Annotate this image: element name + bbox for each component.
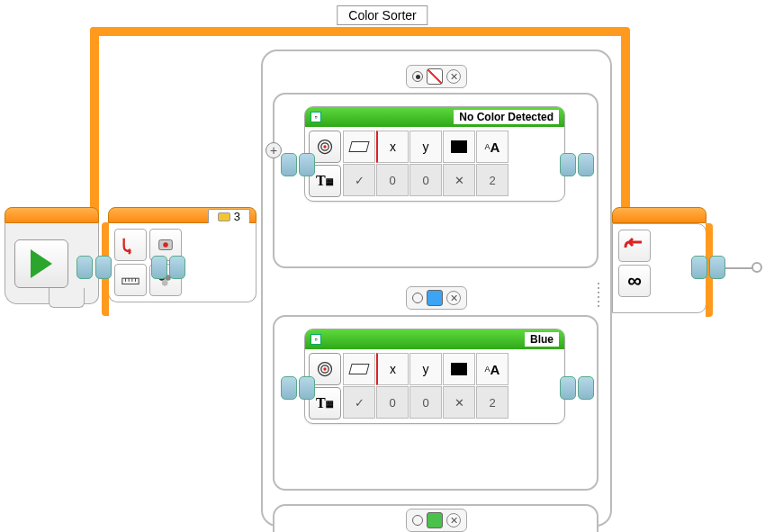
connector[interactable]	[95, 256, 112, 279]
remove-case-button[interactable]: ✕	[446, 513, 461, 527]
loop-header: 3	[108, 207, 256, 223]
x-value[interactable]: 0	[376, 164, 409, 196]
display-block-nocolor[interactable]: ▫ No Color Detected T▦ x y AA ✓ 0 0	[304, 106, 565, 202]
remove-case-button[interactable]: ✕	[446, 291, 461, 305]
start-block-header	[4, 207, 99, 223]
connector[interactable]	[299, 376, 315, 400]
loop-condition-button[interactable]: ∞	[618, 265, 651, 297]
port-icon	[218, 212, 230, 221]
x-param-label: x	[376, 131, 409, 163]
expand-icon[interactable]: ▫	[310, 112, 321, 122]
case-header-blue[interactable]: ✕	[406, 286, 467, 310]
sequence-wire-right	[621, 27, 630, 221]
svg-point-12	[323, 145, 326, 148]
switch-mode-button[interactable]	[114, 229, 147, 261]
sequence-wire-top	[90, 27, 626, 36]
clear-screen-value[interactable]: ✓	[343, 386, 375, 419]
clear-screen-value[interactable]: ✓	[343, 164, 375, 196]
connector[interactable]	[578, 153, 594, 176]
connector[interactable]	[560, 376, 576, 400]
port-selector[interactable]: 3	[208, 209, 250, 224]
connector[interactable]	[709, 256, 725, 279]
sequence-wire-left	[90, 27, 99, 221]
default-case-radio[interactable]	[412, 71, 423, 82]
font-param-label: AA	[476, 353, 508, 385]
color-swatch-green[interactable]	[427, 512, 443, 528]
remove-case-button[interactable]: ✕	[446, 69, 461, 84]
connector[interactable]	[281, 153, 297, 176]
case-header-green[interactable]: ✕	[406, 509, 467, 532]
y-value[interactable]: 0	[410, 386, 442, 419]
port-value: 3	[234, 210, 240, 223]
connector[interactable]	[560, 153, 576, 176]
connector[interactable]	[76, 256, 93, 279]
x-param-label: x	[376, 353, 409, 385]
color-swatch-blue[interactable]	[427, 290, 443, 306]
beam-end-node[interactable]	[752, 262, 762, 273]
connector[interactable]	[151, 256, 167, 279]
connector[interactable]	[691, 256, 707, 279]
default-case-radio[interactable]	[412, 515, 423, 526]
default-case-radio[interactable]	[412, 293, 423, 303]
loop-restart-icon[interactable]	[618, 230, 651, 262]
connector[interactable]	[578, 376, 594, 400]
add-case-button[interactable]: +	[266, 142, 282, 158]
case-header-nocolor[interactable]: ✕	[406, 65, 467, 88]
clear-screen-param[interactable]	[343, 353, 375, 385]
connector[interactable]	[169, 256, 185, 279]
svg-point-15	[323, 367, 326, 370]
display-text-field[interactable]: Blue	[525, 332, 559, 347]
play-button[interactable]	[14, 239, 68, 288]
resize-handle[interactable]	[594, 281, 603, 308]
program-title: Color Sorter	[337, 5, 428, 25]
connector[interactable]	[281, 376, 297, 400]
svg-point-9	[162, 280, 168, 286]
color-swatch-nocolor[interactable]	[427, 68, 443, 85]
loop-end-header	[612, 207, 706, 223]
x-value[interactable]: 0	[376, 386, 409, 419]
color-param-label	[443, 131, 475, 163]
font-value[interactable]: 2	[476, 164, 508, 196]
color-param-label	[443, 353, 475, 385]
play-icon	[31, 249, 52, 278]
svg-rect-2	[122, 278, 139, 284]
y-value[interactable]: 0	[410, 164, 442, 196]
color-value[interactable]: ✕	[443, 386, 475, 419]
font-param-label: AA	[476, 131, 508, 163]
display-text-field[interactable]: No Color Detected	[454, 110, 559, 124]
connector[interactable]	[299, 153, 315, 176]
color-value[interactable]: ✕	[443, 164, 475, 196]
font-value[interactable]: 2	[476, 386, 508, 419]
start-block-tab	[49, 288, 85, 308]
y-param-label: y	[410, 353, 442, 385]
clear-screen-param[interactable]	[343, 131, 375, 163]
y-param-label: y	[410, 131, 442, 163]
expand-icon[interactable]: ▫	[310, 334, 321, 345]
measure-mode-button[interactable]	[114, 264, 147, 296]
display-block-blue[interactable]: ▫ Blue T▦ x y AA ✓ 0 0 ✕ 2	[304, 329, 565, 424]
svg-point-1	[163, 242, 168, 248]
